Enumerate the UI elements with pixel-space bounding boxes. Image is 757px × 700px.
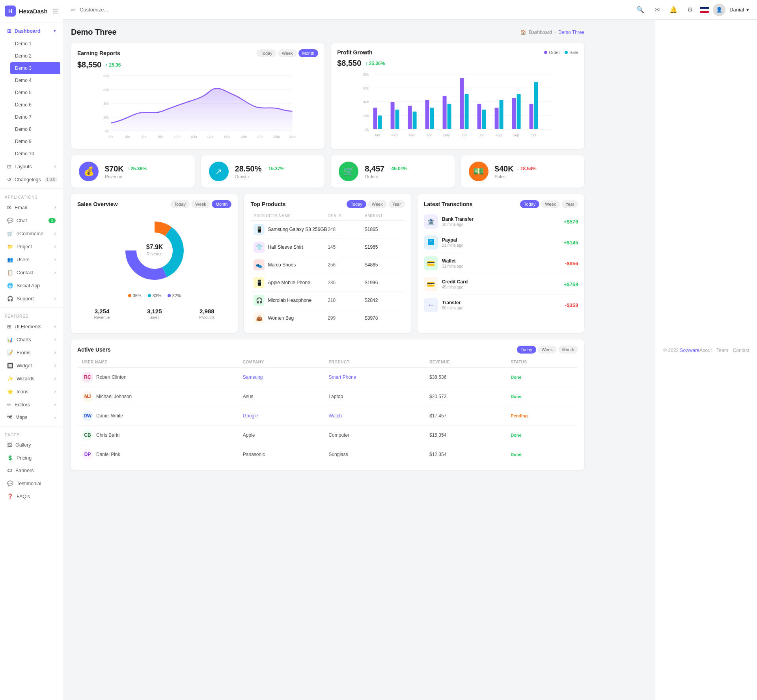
sidebar-item-testimonial[interactable]: 💬 Testimonial (2, 477, 60, 490)
sidebar-item-demo4[interactable]: Demo 4 (10, 74, 60, 86)
breadcrumb-home[interactable]: Dashboard (529, 30, 552, 35)
banners-icon: 🏷 (7, 468, 12, 473)
sales-tab-month[interactable]: Month (212, 200, 232, 208)
trans-tab-week[interactable]: Week (541, 200, 560, 208)
sidebar-item-demo3[interactable]: Demo 3 (10, 62, 60, 74)
growth-label: Growth (235, 174, 317, 179)
users-tab-today[interactable]: Today (517, 346, 536, 354)
company-link-0[interactable]: Samsung (243, 374, 263, 380)
sidebar-item-ui-elements[interactable]: ⊞ UI Elements › (2, 320, 60, 333)
sidebar-item-gallery[interactable]: 🖼 Gallery (2, 439, 60, 451)
project-label: Project (17, 244, 32, 249)
footer: © 2022 Sowware About Team Contact (655, 0, 757, 700)
col-username: USER NAME (77, 357, 238, 368)
sales-change: ↓ 18.54% (517, 166, 537, 171)
credit-card-icon: 💳 (424, 277, 438, 291)
transfer-icon: ↔ (424, 298, 438, 312)
charts-row: Earning Reports Today Week Month $8,550 … (71, 43, 584, 149)
search-icon[interactable]: 🔍 (634, 4, 647, 16)
sidebar-item-demo2[interactable]: Demo 2 (10, 50, 60, 62)
mail-icon[interactable]: ✉ (651, 4, 663, 16)
footer-about-link[interactable]: About (699, 348, 712, 353)
sidebar-item-banners[interactable]: 🏷 Banners (2, 465, 60, 477)
sidebar-item-demo8[interactable]: Demo 8 (10, 123, 60, 135)
sidebar-item-faqs[interactable]: ❓ FAQ's (2, 490, 60, 503)
sidebar-item-demo6[interactable]: Demo 6 (10, 99, 60, 111)
product-link-0[interactable]: Smart Phone (328, 374, 356, 380)
products-tab-year[interactable]: Year (388, 200, 405, 208)
demo6-label: Demo 6 (15, 102, 32, 108)
tab-month[interactable]: Month (298, 49, 319, 57)
sidebar-item-editors[interactable]: ✏ Editors › (2, 398, 60, 411)
product-deals-0: 248 (328, 227, 365, 232)
user-name-1: Michael Johnson (96, 394, 132, 399)
revenue-change: ↑ 25.36% (127, 166, 147, 171)
sidebar-item-project[interactable]: 📁 Project › (2, 240, 60, 253)
sidebar-item-changelogs[interactable]: ↺ Changelogs 1.0.0 (2, 173, 60, 186)
legend-dot-purple (168, 294, 171, 297)
notification-bell-icon[interactable]: 🔔 (667, 4, 680, 16)
sidebar-item-users[interactable]: 👥 Users › (2, 253, 60, 266)
sidebar-item-demo7[interactable]: Demo 7 (10, 111, 60, 123)
user-menu[interactable]: Danial ▾ (729, 7, 749, 13)
sidebar-item-pricing[interactable]: 💲 Pricing (2, 452, 60, 464)
users-label: Users (17, 257, 30, 262)
sidebar-item-chat[interactable]: 💬 Chat 3 (2, 214, 60, 227)
sidebar-item-froms[interactable]: 📝 Froms › (2, 346, 60, 359)
users-tab-month[interactable]: Month (558, 346, 578, 354)
sales-tab-week[interactable]: Week (191, 200, 210, 208)
products-tab-today[interactable]: Today (347, 200, 366, 208)
customize-button[interactable]: Customize... (80, 7, 108, 13)
sidebar-item-dashboard[interactable]: ⊞ Dashboard ▾ (2, 25, 60, 37)
sidebar-item-ecommerce[interactable]: 🛒 eCommerce › (2, 227, 60, 240)
gallery-icon: 🖼 (7, 442, 12, 448)
sidebar-item-demo10[interactable]: Demo 10 (10, 148, 60, 160)
settings-icon[interactable]: ⚙ (684, 4, 696, 16)
product-link-2[interactable]: Watch (328, 413, 342, 419)
svg-text:20k: 20k (363, 114, 369, 118)
topbar: ✏ Customize... 🔍 ✉ 🔔 ⚙ 👤 Danial ▾ (63, 0, 757, 20)
user-row-3: CB Chris Barin Apple Computer $15,354 Do… (77, 426, 578, 445)
donut-chart-container: $7.9K Revenue (77, 211, 231, 290)
sales-stat-products-label: Products (182, 315, 231, 320)
froms-label: Froms (17, 350, 30, 356)
svg-text:22hr: 22hr (273, 135, 280, 139)
sidebar-item-demo5[interactable]: Demo 5 (10, 87, 60, 99)
changelogs-icon: ↺ (7, 177, 11, 182)
sales-tab-today[interactable]: Today (170, 200, 190, 208)
sidebar-item-charts[interactable]: 📊 Charts › (2, 333, 60, 346)
sidebar-item-contact[interactable]: 📋 Contact › (2, 266, 60, 279)
growth-info: 28.50% ↑ 15.37% Growth (235, 164, 317, 179)
sidebar-item-maps[interactable]: 🗺 Maps › (2, 411, 60, 423)
hamburger-icon[interactable]: ☰ (52, 7, 58, 15)
language-flag-icon[interactable] (700, 7, 709, 13)
sidebar-item-social-app[interactable]: 🌐 Social App (2, 279, 60, 292)
sales-stat-sales-label: Sales (130, 315, 179, 320)
sidebar-item-email[interactable]: ✉ Email › (2, 201, 60, 214)
trans-tab-today[interactable]: Today (520, 200, 539, 208)
footer-team-link[interactable]: Team (716, 348, 728, 353)
sidebar-item-icons[interactable]: ⭐ Icons › (2, 385, 60, 398)
tab-week[interactable]: Week (278, 49, 297, 57)
sidebar-item-layouts[interactable]: ⊡ Layouts › (2, 160, 60, 173)
footer-contact-link[interactable]: Contact (733, 348, 749, 353)
tab-today[interactable]: Today (257, 49, 276, 57)
footer-sowware-link[interactable]: Sowware (680, 348, 699, 353)
paypal-icon: 🅿 (424, 235, 438, 249)
sidebar-item-support[interactable]: 🎧 Support › (2, 292, 60, 305)
user-cell-1: MJ Michael Johnson (82, 391, 233, 402)
revenue-label: Revenue (105, 174, 187, 179)
trans-tab-year[interactable]: Year (561, 200, 578, 208)
users-tab-week[interactable]: Week (538, 346, 557, 354)
sidebar-item-widget[interactable]: 🔲 Widget › (2, 359, 60, 372)
sidebar-item-demo9[interactable]: Demo 9 (10, 136, 60, 147)
sidebar-item-wizards[interactable]: ✨ Wizards › (2, 372, 60, 385)
sidebar-item-demo1[interactable]: Demo 1 (10, 38, 60, 50)
svg-text:Aug: Aug (496, 133, 502, 137)
wizards-icon: ✨ (7, 376, 13, 382)
svg-rect-42 (460, 78, 464, 129)
company-link-2[interactable]: Google (243, 413, 258, 419)
contact-icon: 📋 (7, 270, 13, 276)
products-tab-week[interactable]: Week (368, 200, 387, 208)
svg-rect-37 (413, 112, 417, 129)
